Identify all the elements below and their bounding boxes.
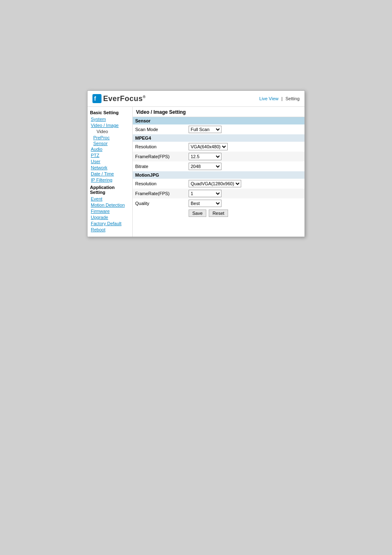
sensor-header-row: Sensor bbox=[133, 117, 304, 124]
bitrate-row: Bitrate 2048 bbox=[133, 161, 304, 171]
logo-text: EverFocus® bbox=[103, 94, 146, 103]
sidebar-item-firmware[interactable]: Firmware bbox=[90, 209, 130, 214]
sidebar-item-preproc[interactable]: PreProc bbox=[93, 135, 130, 140]
mpeg4-resolution-row: Resolution VGA(640x480) bbox=[133, 142, 304, 152]
motionjpg-resolution-row: Resolution QuadVGA(1280x960) bbox=[133, 179, 304, 189]
action-buttons-cell: Save Reset bbox=[186, 208, 304, 218]
motionjpg-framerate-select[interactable]: 1 bbox=[189, 190, 221, 197]
mpeg4-framerate-row: FrameRate(FPS) 12.5 bbox=[133, 152, 304, 161]
sidebar-item-date-time[interactable]: Date / Time bbox=[90, 171, 130, 176]
mpeg4-resolution-label: Resolution bbox=[133, 142, 186, 152]
sidebar-item-audio[interactable]: Audio bbox=[90, 147, 130, 152]
live-view-link[interactable]: Live View bbox=[259, 96, 279, 101]
svg-text:f: f bbox=[94, 95, 96, 102]
sidebar-item-event[interactable]: Event bbox=[90, 196, 130, 201]
motionjpg-framerate-label: FrameRate(FPS) bbox=[133, 189, 186, 198]
mpeg4-header-row: MPEG4 bbox=[133, 134, 304, 142]
sensor-header-cell: Sensor bbox=[133, 117, 304, 124]
quality-select[interactable]: Best bbox=[189, 200, 221, 207]
sidebar: Basic Setting System Video / Image Video… bbox=[88, 107, 133, 237]
sidebar-video-sub: Video PreProc Sensor bbox=[90, 129, 130, 146]
mpeg4-framerate-select[interactable]: 12.5 bbox=[189, 153, 221, 160]
scan-mode-select[interactable]: Full Scan bbox=[189, 126, 221, 133]
motionjpg-framerate-row: FrameRate(FPS) 1 bbox=[133, 189, 304, 198]
main-layout: Basic Setting System Video / Image Video… bbox=[88, 107, 304, 237]
sidebar-video-label: Video bbox=[93, 129, 130, 134]
scan-mode-value-cell: Full Scan bbox=[186, 124, 304, 134]
logo-area: f EverFocus® bbox=[92, 94, 146, 103]
mpeg4-header-cell: MPEG4 bbox=[133, 134, 304, 142]
content-title: Video / Image Setting bbox=[133, 107, 304, 117]
mpeg4-framerate-cell: 12.5 bbox=[186, 152, 304, 161]
quality-cell: Best bbox=[186, 198, 304, 208]
scan-mode-label: Scan Mode bbox=[133, 124, 186, 134]
bitrate-cell: 2048 bbox=[186, 161, 304, 171]
motionjpg-header-cell: MotionJPG bbox=[133, 171, 304, 179]
bitrate-label: Bitrate bbox=[133, 161, 186, 171]
quality-row: Quality Best bbox=[133, 198, 304, 208]
action-buttons-row: Save Reset bbox=[133, 208, 304, 218]
mpeg4-framerate-label: FrameRate(FPS) bbox=[133, 152, 186, 161]
scan-mode-row: Scan Mode Full Scan bbox=[133, 124, 304, 134]
motionjpg-header-row: MotionJPG bbox=[133, 171, 304, 179]
sidebar-item-ip-filtering[interactable]: IP Filtering bbox=[90, 177, 130, 182]
sidebar-item-motion-detection[interactable]: Motion Detection bbox=[90, 203, 130, 207]
sidebar-item-network[interactable]: Network bbox=[90, 165, 130, 170]
everfocus-logo-icon: f bbox=[92, 94, 101, 103]
motionjpg-framerate-cell: 1 bbox=[186, 189, 304, 198]
motionjpg-resolution-select[interactable]: QuadVGA(1280x960) bbox=[189, 180, 241, 187]
quality-label: Quality bbox=[133, 198, 186, 208]
sidebar-item-user[interactable]: User bbox=[90, 159, 130, 164]
save-button[interactable]: Save bbox=[189, 210, 206, 217]
action-label-cell bbox=[133, 208, 186, 218]
sidebar-item-reboot[interactable]: Reboot bbox=[90, 227, 130, 232]
motionjpg-resolution-label: Resolution bbox=[133, 179, 186, 189]
mpeg4-resolution-cell: VGA(640x480) bbox=[186, 142, 304, 152]
reset-button[interactable]: Reset bbox=[209, 210, 228, 217]
settings-table: Sensor Scan Mode Full Scan MPEG4 bbox=[133, 117, 304, 218]
application-setting-title: Application Setting bbox=[90, 185, 130, 195]
bitrate-select[interactable]: 2048 bbox=[189, 163, 221, 170]
header-nav: Live View | Setting bbox=[259, 96, 300, 101]
sidebar-item-factory-default[interactable]: Factory Default bbox=[90, 221, 130, 226]
sidebar-item-video-image[interactable]: Video / Image bbox=[90, 123, 130, 128]
sidebar-item-ptz[interactable]: PTZ bbox=[90, 153, 130, 158]
basic-setting-title: Basic Setting bbox=[90, 110, 130, 115]
header: f EverFocus® Live View | Setting bbox=[88, 91, 304, 107]
setting-text: Setting bbox=[286, 96, 300, 101]
mpeg4-resolution-select[interactable]: VGA(640x480) bbox=[189, 143, 228, 150]
nav-separator: | bbox=[281, 96, 283, 101]
camera-ui: f EverFocus® Live View | Setting Basic S… bbox=[87, 90, 305, 237]
sidebar-item-upgrade[interactable]: Upgrade bbox=[90, 215, 130, 220]
motionjpg-resolution-cell: QuadVGA(1280x960) bbox=[186, 179, 304, 189]
content-area: Video / Image Setting Sensor Scan Mode F… bbox=[133, 107, 304, 237]
sidebar-item-sensor[interactable]: Sensor bbox=[93, 141, 130, 146]
sidebar-item-system[interactable]: System bbox=[90, 117, 130, 122]
